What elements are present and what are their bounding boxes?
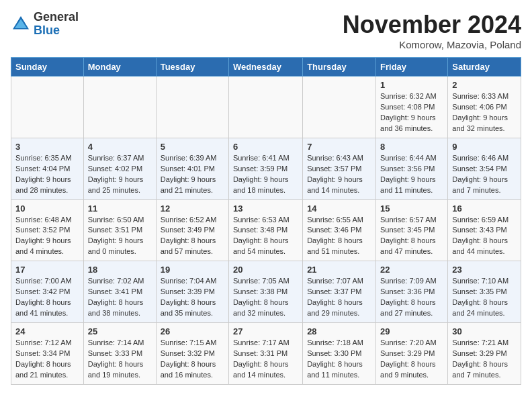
day-info: Sunrise: 6:43 AM Sunset: 3:57 PM Dayligh…: [307, 153, 371, 196]
day-number: 4: [88, 142, 152, 152]
day-number: 23: [452, 265, 517, 275]
calendar-cell: 11Sunrise: 6:50 AM Sunset: 3:51 PM Dayli…: [83, 199, 156, 261]
weekday-header-row: SundayMondayTuesdayWednesdayThursdayFrid…: [11, 58, 521, 77]
weekday-header-friday: Friday: [376, 58, 448, 77]
logo-text: General Blue: [34, 11, 79, 38]
day-number: 27: [233, 326, 298, 336]
day-info: Sunrise: 6:46 AM Sunset: 3:54 PM Dayligh…: [452, 153, 517, 196]
day-info: Sunrise: 7:02 AM Sunset: 3:41 PM Dayligh…: [88, 276, 152, 319]
calendar-cell: 17Sunrise: 7:00 AM Sunset: 3:42 PM Dayli…: [11, 261, 84, 323]
day-number: 29: [380, 326, 443, 336]
day-info: Sunrise: 7:07 AM Sunset: 3:37 PM Dayligh…: [307, 276, 371, 319]
calendar-cell: 19Sunrise: 7:04 AM Sunset: 3:39 PM Dayli…: [156, 261, 228, 323]
calendar-cell: 4Sunrise: 6:37 AM Sunset: 4:02 PM Daylig…: [83, 138, 156, 199]
calendar-cell: 24Sunrise: 7:12 AM Sunset: 3:34 PM Dayli…: [11, 323, 84, 385]
calendar-cell: 9Sunrise: 6:46 AM Sunset: 3:54 PM Daylig…: [448, 138, 521, 199]
day-info: Sunrise: 7:05 AM Sunset: 3:38 PM Dayligh…: [233, 276, 298, 319]
calendar-row: 1Sunrise: 6:32 AM Sunset: 4:08 PM Daylig…: [11, 77, 521, 138]
weekday-header-sunday: Sunday: [11, 58, 84, 77]
day-info: Sunrise: 7:20 AM Sunset: 3:29 PM Dayligh…: [380, 338, 443, 381]
day-number: 11: [88, 203, 152, 214]
calendar-cell: 30Sunrise: 7:21 AM Sunset: 3:29 PM Dayli…: [448, 323, 521, 385]
calendar-cell: 27Sunrise: 7:17 AM Sunset: 3:31 PM Dayli…: [228, 323, 302, 385]
calendar-cell: [83, 77, 156, 138]
weekday-header-monday: Monday: [83, 58, 156, 77]
calendar-cell: 6Sunrise: 6:41 AM Sunset: 3:59 PM Daylig…: [228, 138, 302, 199]
weekday-header-tuesday: Tuesday: [156, 58, 228, 77]
page-header: General Blue November 2024 Komorow, Mazo…: [11, 11, 521, 50]
calendar-row: 10Sunrise: 6:48 AM Sunset: 3:52 PM Dayli…: [11, 199, 521, 261]
day-number: 13: [233, 203, 298, 214]
weekday-header-saturday: Saturday: [448, 58, 521, 77]
calendar-cell: 21Sunrise: 7:07 AM Sunset: 3:37 PM Dayli…: [303, 261, 376, 323]
day-number: 18: [88, 265, 152, 275]
day-number: 17: [15, 265, 79, 275]
day-number: 20: [233, 265, 298, 275]
calendar-cell: 25Sunrise: 7:14 AM Sunset: 3:33 PM Dayli…: [83, 323, 156, 385]
calendar-cell: 1Sunrise: 6:32 AM Sunset: 4:08 PM Daylig…: [376, 77, 448, 138]
calendar-cell: [11, 77, 84, 138]
day-number: 28: [307, 326, 371, 336]
month-title: November 2024: [343, 11, 521, 39]
title-area: November 2024 Komorow, Mazovia, Poland: [343, 11, 521, 50]
calendar-cell: 29Sunrise: 7:20 AM Sunset: 3:29 PM Dayli…: [376, 323, 448, 385]
weekday-header-wednesday: Wednesday: [228, 58, 302, 77]
day-info: Sunrise: 7:18 AM Sunset: 3:30 PM Dayligh…: [307, 338, 371, 381]
day-number: 12: [161, 203, 224, 214]
day-info: Sunrise: 6:48 AM Sunset: 3:52 PM Dayligh…: [15, 215, 79, 258]
calendar-cell: [228, 77, 302, 138]
calendar-table: SundayMondayTuesdayWednesdayThursdayFrid…: [11, 57, 521, 385]
day-info: Sunrise: 6:44 AM Sunset: 3:56 PM Dayligh…: [380, 153, 443, 196]
day-number: 8: [380, 142, 443, 152]
calendar-cell: [156, 77, 228, 138]
calendar-cell: 23Sunrise: 7:10 AM Sunset: 3:35 PM Dayli…: [448, 261, 521, 323]
weekday-header-thursday: Thursday: [303, 58, 376, 77]
calendar-cell: 22Sunrise: 7:09 AM Sunset: 3:36 PM Dayli…: [376, 261, 448, 323]
calendar-cell: 26Sunrise: 7:15 AM Sunset: 3:32 PM Dayli…: [156, 323, 228, 385]
day-info: Sunrise: 7:09 AM Sunset: 3:36 PM Dayligh…: [380, 276, 443, 319]
day-number: 14: [307, 203, 371, 214]
calendar-cell: 14Sunrise: 6:55 AM Sunset: 3:46 PM Dayli…: [303, 199, 376, 261]
day-info: Sunrise: 6:41 AM Sunset: 3:59 PM Dayligh…: [233, 153, 298, 196]
day-number: 24: [15, 326, 79, 336]
day-number: 25: [88, 326, 152, 336]
day-info: Sunrise: 7:12 AM Sunset: 3:34 PM Dayligh…: [15, 338, 79, 381]
logo-icon: [11, 14, 31, 34]
day-info: Sunrise: 7:17 AM Sunset: 3:31 PM Dayligh…: [233, 338, 298, 381]
day-number: 22: [380, 265, 443, 275]
day-info: Sunrise: 6:50 AM Sunset: 3:51 PM Dayligh…: [88, 215, 152, 258]
day-number: 15: [380, 203, 443, 214]
day-info: Sunrise: 6:59 AM Sunset: 3:43 PM Dayligh…: [452, 215, 517, 258]
calendar-cell: 2Sunrise: 6:33 AM Sunset: 4:06 PM Daylig…: [448, 77, 521, 138]
calendar-cell: 20Sunrise: 7:05 AM Sunset: 3:38 PM Dayli…: [228, 261, 302, 323]
day-info: Sunrise: 6:35 AM Sunset: 4:04 PM Dayligh…: [15, 153, 79, 196]
calendar-cell: 13Sunrise: 6:53 AM Sunset: 3:48 PM Dayli…: [228, 199, 302, 261]
day-number: 6: [233, 142, 298, 152]
day-number: 16: [452, 203, 517, 214]
calendar-cell: 28Sunrise: 7:18 AM Sunset: 3:30 PM Dayli…: [303, 323, 376, 385]
calendar-cell: 10Sunrise: 6:48 AM Sunset: 3:52 PM Dayli…: [11, 199, 84, 261]
day-number: 21: [307, 265, 371, 275]
calendar-cell: 8Sunrise: 6:44 AM Sunset: 3:56 PM Daylig…: [376, 138, 448, 199]
day-info: Sunrise: 6:37 AM Sunset: 4:02 PM Dayligh…: [88, 153, 152, 196]
calendar-cell: 5Sunrise: 6:39 AM Sunset: 4:01 PM Daylig…: [156, 138, 228, 199]
day-info: Sunrise: 7:00 AM Sunset: 3:42 PM Dayligh…: [15, 276, 79, 319]
day-number: 3: [15, 142, 79, 152]
day-info: Sunrise: 7:21 AM Sunset: 3:29 PM Dayligh…: [452, 338, 517, 381]
day-number: 2: [452, 80, 517, 90]
calendar-cell: 7Sunrise: 6:43 AM Sunset: 3:57 PM Daylig…: [303, 138, 376, 199]
calendar-cell: 16Sunrise: 6:59 AM Sunset: 3:43 PM Dayli…: [448, 199, 521, 261]
day-info: Sunrise: 7:04 AM Sunset: 3:39 PM Dayligh…: [161, 276, 224, 319]
day-number: 30: [452, 326, 517, 336]
day-number: 5: [161, 142, 224, 152]
calendar-cell: 15Sunrise: 6:57 AM Sunset: 3:45 PM Dayli…: [376, 199, 448, 261]
day-number: 9: [452, 142, 517, 152]
calendar-cell: [303, 77, 376, 138]
calendar-row: 3Sunrise: 6:35 AM Sunset: 4:04 PM Daylig…: [11, 138, 521, 199]
day-number: 10: [15, 203, 79, 214]
logo: General Blue: [11, 11, 79, 38]
day-info: Sunrise: 6:32 AM Sunset: 4:08 PM Dayligh…: [380, 91, 443, 134]
calendar-cell: 18Sunrise: 7:02 AM Sunset: 3:41 PM Dayli…: [83, 261, 156, 323]
day-info: Sunrise: 6:55 AM Sunset: 3:46 PM Dayligh…: [307, 215, 371, 258]
day-number: 1: [380, 80, 443, 90]
